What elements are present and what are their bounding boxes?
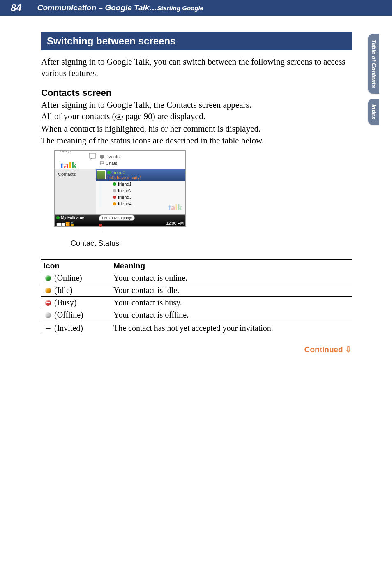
screenshot-list: friend0 Let's have a party! friend1 frie… xyxy=(96,169,185,214)
avatar xyxy=(97,170,106,179)
friend-name: friend3 xyxy=(118,195,132,200)
chats-icon xyxy=(100,161,104,165)
selected-contact: friend0 Let's have a party! xyxy=(96,169,185,181)
status-dot-icon xyxy=(113,196,116,199)
table-row: (Busy) Your contact is busy. xyxy=(41,297,352,309)
events-label: Events xyxy=(106,154,120,159)
contacts-line4: The meaning of the status icons are desc… xyxy=(41,135,352,146)
offline-icon xyxy=(45,312,51,318)
tab-toc-line2: Contents xyxy=(371,63,377,88)
breadcrumb: Communication – Google Talk…Starting Goo… xyxy=(37,3,203,12)
screenshot-header: Googletalk Events Chats xyxy=(54,150,186,169)
content-area: Switching between screens After signing … xyxy=(0,16,392,354)
status-table: Icon Meaning (Online) Your contact is on… xyxy=(41,259,352,335)
icon-label: (Invited) xyxy=(54,323,83,333)
busy-dot-icon xyxy=(99,224,102,227)
table-row: (Offline) Your contact is offline. xyxy=(41,309,352,321)
my-fullname: My Fullname xyxy=(61,215,84,220)
talk-logo: Googletalk xyxy=(60,149,77,171)
selected-name: friend0 xyxy=(111,170,125,175)
breadcrumb-main: Communication – Google Talk… xyxy=(37,3,157,12)
tab-toc-line1: Table of xyxy=(371,39,377,61)
screenshot-body: Contacts friend0 Let's have a party! fri… xyxy=(54,169,186,215)
status-dot-online-icon xyxy=(107,171,111,174)
watermark: talk xyxy=(168,203,182,212)
side-tabs: Table of Contents Index xyxy=(368,34,392,130)
page-number: 84 xyxy=(11,2,22,14)
icon-label: (Offline) xyxy=(54,310,83,320)
section-heading: Switching between screens xyxy=(41,32,352,50)
meaning-cell: Your contact is online. xyxy=(111,272,352,284)
signal-icon: ▮▮▮▮▮ 📶 🔒 xyxy=(56,222,74,226)
invited-icon: – xyxy=(45,323,51,333)
friend-name: friend2 xyxy=(118,188,132,193)
down-arrow-icon: ⇩ xyxy=(345,345,352,354)
status-dot-icon xyxy=(113,202,116,205)
meaning-cell: The contact has not yet accepted your in… xyxy=(111,321,352,335)
continued-label: Continued xyxy=(304,345,343,354)
tab-toc[interactable]: Table of Contents xyxy=(368,34,379,94)
contacts-line2b: page 90) are displayed. xyxy=(123,111,205,121)
selected-msg: Let's have a party! xyxy=(107,175,141,180)
icon-label: (Online) xyxy=(54,273,82,283)
contacts-screenshot: Googletalk Events Chats Contacts friend0… xyxy=(54,150,186,227)
screenshot-caption: Contact Status xyxy=(71,239,352,248)
time: 12:00 PM xyxy=(166,221,184,226)
friend-row: friend2 xyxy=(101,187,185,194)
header-bar: 84 Communication – Google Talk…Starting … xyxy=(0,0,392,16)
icon-label: (Idle) xyxy=(54,286,72,295)
tab-index-label: Index xyxy=(371,104,377,120)
icon-label: (Busy) xyxy=(54,298,76,307)
contacts-line2: All of your contacts ( page 90) are disp… xyxy=(41,111,352,123)
meaning-cell: Your contact is offline. xyxy=(111,309,352,321)
friend-row: friend3 xyxy=(101,194,185,201)
breadcrumb-sub: Starting Google xyxy=(157,5,203,12)
leader-line-wrapper xyxy=(61,229,352,238)
meaning-cell: Your contact is idle. xyxy=(111,284,352,297)
status-dot-icon xyxy=(113,182,116,186)
my-status-icon xyxy=(56,216,60,219)
tab-index[interactable]: Index xyxy=(368,99,379,125)
contacts-subheading: Contacts screen xyxy=(41,88,352,98)
screenshot-sidebar: Contacts xyxy=(55,169,96,214)
status-dot-icon xyxy=(113,189,116,192)
table-row: (Online) Your contact is online. xyxy=(41,272,352,284)
table-row: –(Invited) The contact has not yet accep… xyxy=(41,321,352,335)
contacts-line3: When a contact is highlighted, his or he… xyxy=(41,123,352,134)
leader-line xyxy=(104,221,104,232)
intro-text: After signing in to Google Talk, you can… xyxy=(41,56,352,79)
contacts-line1: After signing in to Google Talk, the Con… xyxy=(41,99,352,111)
table-row: (Idle) Your contact is idle. xyxy=(41,284,352,297)
online-icon xyxy=(45,275,51,281)
friend-name: friend4 xyxy=(118,201,132,206)
meaning-cell: Your contact is busy. xyxy=(111,297,352,309)
chat-bubble-icon xyxy=(88,153,97,161)
pointer-icon xyxy=(115,111,123,123)
friend-name: friend1 xyxy=(118,182,132,187)
col-header-icon: Icon xyxy=(41,260,111,272)
idle-icon xyxy=(45,288,51,293)
contacts-label: Contacts xyxy=(58,172,76,177)
busy-icon xyxy=(45,300,51,306)
chats-label: Chats xyxy=(106,161,118,166)
events-icon xyxy=(100,155,104,159)
status-bubble: Let's have a party! xyxy=(99,215,135,221)
screenshot-tabs: Events Chats xyxy=(100,153,120,166)
continued-indicator: Continued ⇩ xyxy=(41,345,352,354)
screenshot-statusbar: My Fullname Let's have a party! ▮▮▮▮▮ 📶 … xyxy=(54,215,186,227)
contacts-line2a: All of your contacts ( xyxy=(41,111,115,121)
col-header-meaning: Meaning xyxy=(111,260,352,272)
friend-row: friend1 xyxy=(101,181,185,187)
